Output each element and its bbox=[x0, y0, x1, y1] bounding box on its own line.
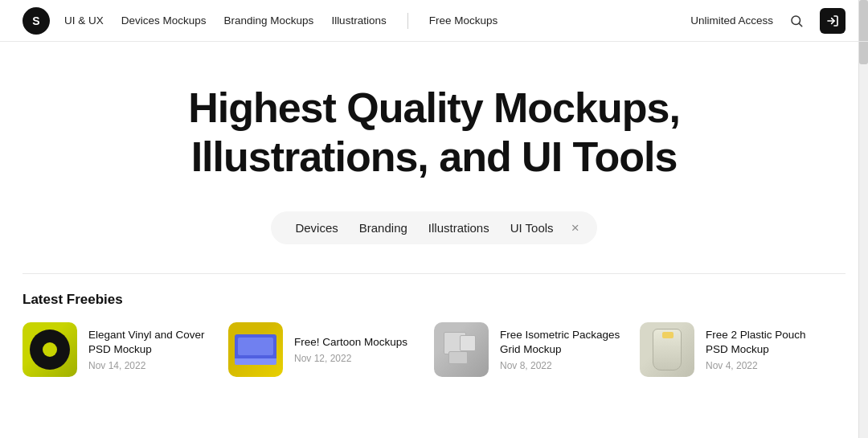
laptop-screen bbox=[235, 334, 276, 358]
nav-right: Unlimited Access bbox=[690, 8, 845, 34]
categories-close-button[interactable]: × bbox=[571, 221, 579, 235]
freebie-item-pouch[interactable]: Free 2 Plastic Pouch PSD Mockup Nov 4, 2… bbox=[640, 322, 845, 377]
login-icon bbox=[826, 14, 839, 27]
site-logo[interactable]: S bbox=[23, 7, 50, 35]
freebie-info-packages: Free Isometric Packages Grid Mockup Nov … bbox=[500, 328, 624, 371]
freebie-item-packages[interactable]: Free Isometric Packages Grid Mockup Nov … bbox=[434, 322, 640, 377]
cartoon-laptop-graphic bbox=[235, 334, 276, 365]
hero-section: Highest Quality Mockups, Illustrations, … bbox=[0, 42, 868, 273]
nav-link-ui-ux[interactable]: UI & UX bbox=[64, 14, 104, 27]
scrollbar[interactable] bbox=[858, 0, 868, 438]
freebie-title-cartoon: Free! Cartoon Mockups bbox=[294, 335, 418, 350]
freebie-info-pouch: Free 2 Plastic Pouch PSD Mockup Nov 4, 2… bbox=[706, 328, 829, 371]
category-pill-ui-tools[interactable]: UI Tools bbox=[504, 219, 560, 236]
category-pills: Devices Branding Illustrations UI Tools … bbox=[271, 211, 596, 244]
latest-freebies-title: Latest Freebies bbox=[23, 292, 845, 308]
search-icon bbox=[789, 14, 804, 28]
pouch-graphic bbox=[653, 329, 682, 370]
navbar: S UI & UX Devices Mockups Branding Mocku… bbox=[0, 0, 868, 42]
freebie-thumb-packages bbox=[434, 322, 489, 377]
freebie-thumb-vinyl bbox=[23, 322, 77, 377]
category-pill-branding[interactable]: Branding bbox=[353, 219, 414, 236]
freebie-thumb-pouch bbox=[640, 322, 694, 377]
svg-line-1 bbox=[799, 23, 801, 26]
package-box-2 bbox=[460, 335, 476, 351]
freebie-date-vinyl: Nov 14, 2022 bbox=[88, 360, 212, 371]
unlimited-access-button[interactable]: Unlimited Access bbox=[690, 14, 773, 27]
freebie-item-cartoon[interactable]: Free! Cartoon Mockups Nov 12, 2022 bbox=[228, 322, 434, 377]
freebie-title-packages: Free Isometric Packages Grid Mockup bbox=[500, 328, 624, 357]
nav-links: UI & UX Devices Mockups Branding Mockups… bbox=[64, 13, 690, 29]
laptop-screen-inner bbox=[238, 338, 273, 355]
freebie-thumb-cartoon bbox=[228, 322, 283, 377]
freebie-info-cartoon: Free! Cartoon Mockups Nov 12, 2022 bbox=[294, 335, 418, 364]
latest-freebies-section: Latest Freebies Elegant Vinyl and Cover … bbox=[0, 274, 868, 377]
search-button[interactable] bbox=[784, 9, 809, 33]
category-pill-devices[interactable]: Devices bbox=[289, 219, 344, 236]
nav-link-free-mockups[interactable]: Free Mockups bbox=[429, 14, 498, 27]
nav-link-illustrations[interactable]: Illustrations bbox=[331, 14, 386, 27]
login-button[interactable] bbox=[820, 8, 845, 34]
svg-point-0 bbox=[792, 16, 800, 25]
freebie-date-packages: Nov 8, 2022 bbox=[500, 360, 624, 371]
freebie-item-vinyl[interactable]: Elegant Vinyl and Cover PSD Mockup Nov 1… bbox=[23, 322, 228, 377]
nav-link-branding-mockups[interactable]: Branding Mockups bbox=[224, 14, 314, 27]
category-pill-illustrations[interactable]: Illustrations bbox=[422, 219, 496, 236]
hero-title: Highest Quality Mockups, Illustrations, … bbox=[153, 84, 715, 182]
package-box-3 bbox=[448, 351, 468, 364]
logo-text: S bbox=[32, 14, 39, 27]
nav-divider bbox=[407, 13, 408, 29]
laptop-base bbox=[235, 358, 276, 365]
freebie-date-cartoon: Nov 12, 2022 bbox=[294, 353, 418, 364]
freebies-grid: Elegant Vinyl and Cover PSD Mockup Nov 1… bbox=[23, 322, 845, 377]
freebie-date-pouch: Nov 4, 2022 bbox=[706, 360, 829, 371]
freebie-title-pouch: Free 2 Plastic Pouch PSD Mockup bbox=[706, 328, 829, 357]
packages-graphic bbox=[444, 332, 479, 367]
freebie-info-vinyl: Elegant Vinyl and Cover PSD Mockup Nov 1… bbox=[88, 328, 212, 371]
freebie-title-vinyl: Elegant Vinyl and Cover PSD Mockup bbox=[88, 328, 212, 357]
nav-link-devices-mockups[interactable]: Devices Mockups bbox=[121, 14, 207, 27]
